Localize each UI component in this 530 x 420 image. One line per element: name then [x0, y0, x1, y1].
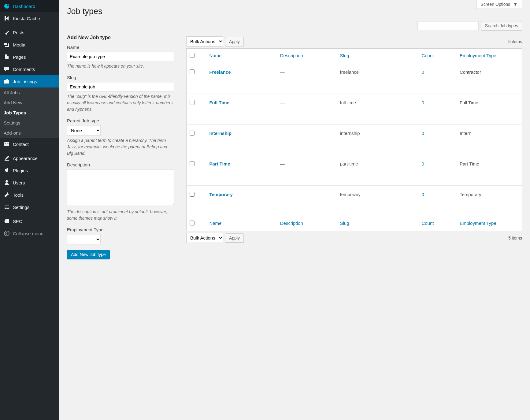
- sidebar-item-kinsta[interactable]: Kinsta Cache: [0, 12, 59, 24]
- sidebar-item-posts[interactable]: Posts: [0, 26, 59, 39]
- term-employment-type: Full Time: [457, 94, 522, 125]
- search-bar: Search Job types: [67, 21, 522, 30]
- parent-select[interactable]: None: [67, 125, 101, 136]
- briefcase-icon: [4, 78, 10, 84]
- bulk-actions-select-top[interactable]: Bulk Actions: [186, 36, 223, 46]
- page-title: Job types: [67, 0, 522, 21]
- mail-icon: [4, 141, 10, 147]
- sidebar-label: Dashboard: [13, 4, 35, 9]
- col-header-slug[interactable]: Slug: [337, 49, 418, 63]
- term-count-link[interactable]: 0: [421, 161, 424, 166]
- sidebar-label: Media: [13, 42, 25, 47]
- row-checkbox[interactable]: [190, 100, 195, 105]
- sidebar-label: Kinsta Cache: [13, 16, 40, 21]
- sidebar-item-tools[interactable]: Tools: [0, 189, 59, 201]
- row-checkbox[interactable]: [190, 192, 195, 197]
- sidebar-item-comments[interactable]: Comments: [0, 63, 59, 75]
- employment-type-select[interactable]: [67, 234, 101, 244]
- sliders-icon: [4, 204, 10, 210]
- apply-button-bottom[interactable]: Apply: [225, 233, 244, 243]
- sidebar-item-media[interactable]: Media: [0, 39, 59, 51]
- term-name-link[interactable]: Internship: [209, 131, 232, 136]
- name-help: The name is how it appears on your site.: [67, 63, 174, 69]
- sidebar-label: Appearance: [13, 156, 38, 161]
- sidebar-item-appearance[interactable]: Appearance: [0, 152, 59, 164]
- col-footer-employment-type[interactable]: Employment Type: [457, 216, 522, 231]
- col-footer-name[interactable]: Name: [206, 216, 277, 231]
- sidebar-item-plugins[interactable]: Plugins: [0, 164, 59, 177]
- col-header-employment-type[interactable]: Employment Type: [457, 49, 522, 63]
- select-all-bottom[interactable]: [190, 221, 195, 225]
- sidebar-item-job-listings[interactable]: Job Listings: [0, 75, 59, 87]
- employment-type-label: Employment Type: [67, 227, 174, 232]
- brush-icon: [4, 155, 10, 161]
- term-count-link[interactable]: 0: [421, 131, 424, 136]
- select-all-top[interactable]: [190, 53, 195, 58]
- sidebar-label: Tools: [13, 192, 24, 198]
- slug-label: Slug: [67, 75, 174, 80]
- form-heading: Add New Job type: [67, 35, 174, 40]
- submenu-job-types[interactable]: Job Types: [0, 108, 59, 118]
- terms-table: Name Description Slug Count Employment T…: [186, 48, 522, 231]
- submenu-all-jobs[interactable]: All Jobs: [0, 87, 59, 98]
- parent-help: Assign a parent term to create a hierarc…: [67, 137, 174, 157]
- terms-table-wrap: Bulk Actions Apply 5 items Name Descript…: [186, 35, 522, 259]
- term-employment-type: Part Time: [457, 155, 522, 186]
- submenu-settings[interactable]: Settings: [0, 118, 59, 128]
- row-checkbox[interactable]: [190, 131, 195, 136]
- col-footer-slug[interactable]: Slug: [337, 216, 418, 231]
- term-slug: temporary: [337, 186, 418, 216]
- bulk-actions-select-bottom[interactable]: Bulk Actions: [186, 233, 223, 243]
- sidebar-item-settings[interactable]: Settings: [0, 201, 59, 213]
- col-footer-count[interactable]: Count: [418, 216, 457, 231]
- pin-icon: [4, 29, 10, 35]
- term-name-link[interactable]: Freelance: [209, 69, 231, 75]
- term-name-link[interactable]: Full Time: [209, 100, 229, 105]
- col-footer-description[interactable]: Description: [277, 216, 337, 231]
- kinsta-icon: [4, 15, 10, 21]
- search-button[interactable]: Search Job types: [481, 21, 522, 30]
- sidebar-item-pages[interactable]: Pages: [0, 51, 59, 63]
- col-header-count[interactable]: Count: [418, 49, 457, 63]
- sidebar-label: Contact: [13, 142, 29, 147]
- items-count-top: 5 items: [508, 39, 522, 44]
- term-slug: freelance: [337, 63, 418, 94]
- row-checkbox[interactable]: [190, 69, 195, 74]
- term-description: —: [280, 161, 285, 166]
- term-count-link[interactable]: 0: [421, 69, 424, 75]
- wrench-icon: [4, 192, 10, 198]
- term-description: —: [280, 131, 285, 136]
- col-header-description[interactable]: Description: [277, 49, 337, 63]
- apply-button-top[interactable]: Apply: [225, 37, 244, 46]
- name-input[interactable]: [67, 52, 174, 61]
- row-checkbox[interactable]: [190, 161, 195, 166]
- sidebar-item-users[interactable]: Users: [0, 177, 59, 189]
- submenu-add-new[interactable]: Add New: [0, 98, 59, 108]
- term-name-link[interactable]: Part Time: [209, 161, 230, 166]
- svg-point-0: [4, 231, 9, 236]
- sidebar-label: Pages: [13, 54, 26, 60]
- table-row: Freelance—freelance0Contractor: [187, 63, 522, 94]
- sidebar-item-dashboard[interactable]: Dashboard: [0, 0, 59, 12]
- slug-help: The "slug" is the URL-friendly version o…: [67, 93, 174, 113]
- user-icon: [4, 180, 10, 186]
- name-label: Name: [67, 45, 174, 50]
- term-count-link[interactable]: 0: [421, 192, 424, 197]
- term-slug: full-time: [337, 94, 418, 125]
- sidebar-item-collapse[interactable]: Collapse menu: [0, 227, 59, 240]
- screen-options-toggle[interactable]: Screen Options ▼: [476, 0, 522, 9]
- sidebar-item-seo[interactable]: SEO: [0, 215, 59, 227]
- sidebar-item-contact[interactable]: Contact: [0, 138, 59, 150]
- description-textarea[interactable]: [67, 169, 174, 206]
- add-new-submit-button[interactable]: Add New Job type: [67, 250, 110, 259]
- term-count-link[interactable]: 0: [421, 100, 424, 105]
- parent-label: Parent Job type: [67, 118, 174, 123]
- add-new-form: Add New Job type Name The name is how it…: [67, 35, 174, 259]
- term-name-link[interactable]: Temporary: [209, 192, 232, 197]
- table-row: Internship—internship0Intern: [187, 125, 522, 155]
- slug-input[interactable]: [67, 82, 174, 91]
- search-input[interactable]: [417, 21, 479, 30]
- col-header-name[interactable]: Name: [206, 49, 277, 63]
- submenu-addons[interactable]: Add-ons: [0, 128, 59, 138]
- sidebar-label: Collapse menu: [13, 231, 43, 236]
